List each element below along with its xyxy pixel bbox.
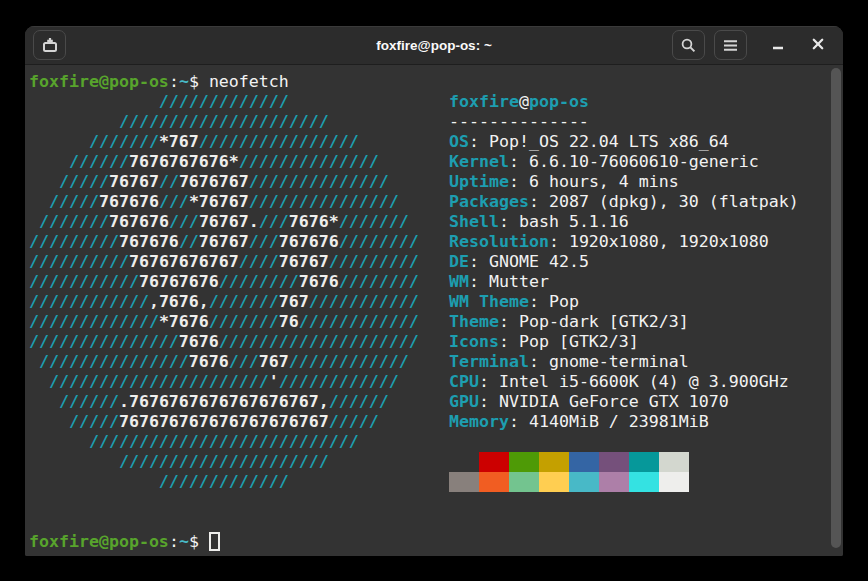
palette-swatch (449, 472, 479, 492)
info-label: Terminal (449, 352, 529, 371)
info-label: Theme (449, 312, 499, 331)
prompt-path: ~ (179, 72, 189, 91)
ascii-art-line: //////////76767676767////76767///////// (29, 252, 419, 272)
ascii-art-line: /////////767676//76767///767676//////// (29, 232, 419, 252)
neofetch-info-rows: OS: Pop!_OS 22.04 LTS x86_64Kernel: 6.6.… (449, 132, 799, 432)
info-value: Pop-dark [GTK2/3] (519, 312, 689, 331)
info-value: Mutter (489, 272, 549, 291)
palette-row-2 (449, 472, 799, 492)
info-row: Memory: 4140MiB / 23981MiB (449, 412, 799, 432)
info-value: bash 5.1.16 (519, 212, 629, 231)
info-value: Pop (549, 292, 579, 311)
hamburger-menu-icon (723, 39, 738, 52)
ascii-art-line: //////7676767676*////////////// (29, 152, 419, 172)
info-title-at: @ (519, 92, 529, 111)
ascii-art-line: //////.7676767676767676767,////// (29, 392, 419, 412)
palette-swatch (569, 452, 599, 472)
ascii-art-line: ///////////////7676///767//////////// (29, 352, 419, 372)
palette-swatch (539, 472, 569, 492)
terminal-screen[interactable]: foxfire@pop-os:~$neofetch ///////////// … (25, 65, 843, 556)
info-label: Shell (449, 212, 499, 231)
command-text: neofetch (209, 72, 289, 91)
new-tab-button[interactable] (33, 30, 66, 60)
info-value: 2087 (dpkg), 30 (flatpak) (549, 192, 799, 211)
close-button[interactable] (805, 30, 831, 60)
info-value: 6.6.10-76060610-generic (529, 152, 759, 171)
prompt-user-host: foxfire@pop-os (29, 532, 169, 551)
info-value: GNOME 42.5 (489, 252, 589, 271)
ascii-art-line: /////////////////////////// (29, 432, 419, 452)
info-value: Pop!_OS 22.04 LTS x86_64 (489, 132, 729, 151)
ascii-art: ///////////// ///////////////////// ////… (29, 92, 419, 492)
scrollbar-thumb[interactable] (831, 68, 841, 548)
ascii-art-line: ///////////// (29, 92, 419, 112)
info-title-host: pop-os (529, 92, 589, 111)
info-row: DE: GNOME 42.5 (449, 252, 799, 272)
info-row: WM Theme: Pop (449, 292, 799, 312)
prompt-colon: : (169, 72, 179, 91)
shell-prompt-line: foxfire@pop-os:~$ (29, 532, 220, 552)
terminal-window: foxfire@pop-os: ~ (25, 26, 843, 556)
minimize-button[interactable] (765, 30, 791, 60)
palette-swatch (629, 452, 659, 472)
titlebar: foxfire@pop-os: ~ (25, 26, 843, 65)
info-row: OS: Pop!_OS 22.04 LTS x86_64 (449, 132, 799, 152)
palette-swatch (479, 472, 509, 492)
info-label: Icons (449, 332, 499, 351)
prompt-path: ~ (179, 532, 189, 551)
menu-button[interactable] (714, 30, 747, 60)
info-value: gnome-terminal (549, 352, 689, 371)
info-value: Pop [GTK2/3] (519, 332, 639, 351)
ascii-art-line: ///////*767//////////////// (29, 132, 419, 152)
palette-swatch (509, 452, 539, 472)
info-row: Theme: Pop-dark [GTK2/3] (449, 312, 799, 332)
info-row: Uptime: 6 hours, 4 mins (449, 172, 799, 192)
info-label: Memory (449, 412, 509, 431)
palette-swatch (659, 472, 689, 492)
palette-swatch (509, 472, 539, 492)
palette-swatch (599, 452, 629, 472)
info-title: foxfire@pop-os (449, 92, 799, 112)
info-label: Uptime (449, 172, 509, 191)
info-label: Kernel (449, 152, 509, 171)
blank-line (449, 432, 799, 452)
ascii-art-line: ///////////////7676//////////////////// (29, 332, 419, 352)
info-label: WM (449, 272, 469, 291)
palette-swatch (659, 452, 689, 472)
info-label: OS (449, 132, 469, 151)
prompt-colon: : (169, 532, 179, 551)
ascii-art-line: //////////////////////'//////////// (29, 372, 419, 392)
info-value: 1920x1080, 1920x1080 (569, 232, 769, 251)
info-label: Resolution (449, 232, 549, 251)
info-value: NVIDIA GeForce GTX 1070 (499, 392, 729, 411)
info-row: CPU: Intel i5-6600K (4) @ 3.900GHz (449, 372, 799, 392)
search-icon (680, 37, 697, 54)
info-row: Terminal: gnome-terminal (449, 352, 799, 372)
info-row: WM: Mutter (449, 272, 799, 292)
ascii-art-line: /////767676767676767676767///// (29, 412, 419, 432)
ascii-art-line: ///////767676///76767.///7676*/////// (29, 212, 419, 232)
ascii-art-line: /////767676///*76767/////////////// (29, 192, 419, 212)
palette-swatch (569, 472, 599, 492)
info-row: GPU: NVIDIA GeForce GTX 1070 (449, 392, 799, 412)
command-line: foxfire@pop-os:~$neofetch (29, 72, 289, 92)
info-label: GPU (449, 392, 479, 411)
info-value: 6 hours, 4 mins (529, 172, 679, 191)
ascii-art-line: ///////////76767676////////7676//////// (29, 272, 419, 292)
ascii-art-line: ///////////////////// (29, 112, 419, 132)
minimize-icon (772, 38, 784, 53)
prompt-dollar: $ (189, 72, 199, 91)
ascii-art-line: /////////////*7676///////76//////////// (29, 312, 419, 332)
info-row: Packages: 2087 (dpkg), 30 (flatpak) (449, 192, 799, 212)
info-row: Kernel: 6.6.10-76060610-generic (449, 152, 799, 172)
terminal-cursor (209, 532, 220, 551)
info-value: Intel i5-6600K (4) @ 3.900GHz (499, 372, 789, 391)
neofetch-info: foxfire@pop-os -------------- OS: Pop!_O… (449, 92, 799, 492)
new-tab-icon (41, 37, 59, 53)
search-button[interactable] (672, 30, 705, 60)
palette-swatch (449, 452, 479, 472)
ascii-art-line: ///////////// (29, 472, 419, 492)
ascii-art-line: ////////////,7676,///////767/////////// (29, 292, 419, 312)
prompt-dollar: $ (189, 532, 199, 551)
palette-swatch (539, 452, 569, 472)
